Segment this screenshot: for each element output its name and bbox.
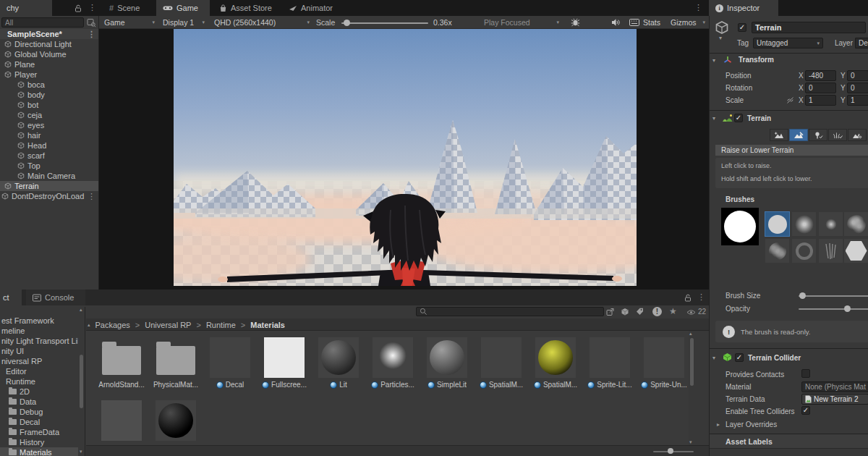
search-by-label-tag-icon[interactable] [636,308,644,316]
tree-item-unity-ui[interactable]: nity UI [0,346,78,356]
brush-7-hexagon[interactable] [844,239,868,263]
tree-item-decal[interactable]: Decal [0,417,78,427]
resolution-dropdown[interactable]: QHD (2560x1440) [211,17,312,28]
log-alert-icon[interactable]: ! [652,307,662,316]
tab-scene[interactable]: # Scene [103,0,150,16]
hierarchy-item-dontdestroyonload[interactable]: DontDestroyOnLoad⋮ [0,191,98,201]
tab-asset-store[interactable]: Asset Store [213,0,279,16]
scroll-down-icon[interactable]: ▾ [80,449,82,455]
object-name-field[interactable]: Terrain [752,22,866,33]
brush-size-knob[interactable] [799,292,806,299]
tree-scrollbar[interactable]: ▴ ▾ [78,307,85,456]
hierarchy-item-bot[interactable]: bot [0,100,98,110]
provides-contacts-checkbox[interactable] [801,369,810,378]
breadcrumb-runtime[interactable]: Runtime [206,321,236,329]
scroll-up-icon[interactable]: ▴ [80,307,82,313]
enable-tree-colliders-checkbox[interactable]: ✓ [801,406,810,415]
hierarchy-search-window-icon[interactable] [87,18,96,28]
tree-item-2d[interactable]: 2D [0,387,78,397]
scene-menu-icon[interactable]: ⋮ [88,30,98,38]
terrain-mode-dropdown[interactable]: Raise or Lower Terrain [715,145,868,156]
tab-animator[interactable]: Animator [282,0,340,16]
hidden-count-eye-icon[interactable] [686,309,696,316]
hierarchy-item-plane[interactable]: Plane [0,59,98,69]
scale-x-field[interactable]: 1 [805,95,836,106]
terrain-data-object-field[interactable]: New Terrain 2 [801,394,868,405]
asset-arnoldstandard[interactable]: ArnoldStand... [94,337,149,389]
active-checkbox[interactable]: ✓ [738,23,746,32]
game-render-area[interactable] [174,29,637,286]
terrain-enabled-checkbox[interactable]: ✓ [734,114,743,122]
asset-lit[interactable]: Lit [311,337,366,389]
grid-scrollbar[interactable]: ▴ ▾ [689,331,695,445]
tree-item-history[interactable]: History [0,437,78,447]
terrain-foldout[interactable]: ▾ [712,115,715,122]
thumbnail-size-slider[interactable] [653,451,694,452]
frame-debugger-bug-icon[interactable] [571,18,580,27]
hierarchy-item-top[interactable]: Top [0,161,98,171]
breadcrumb-packages[interactable]: Packages [95,321,130,329]
collider-enabled-checkbox[interactable]: ✓ [735,353,744,362]
scroll-down-icon[interactable]: ▾ [689,439,692,445]
thumbnail-size-knob[interactable] [668,448,673,454]
tree-item-framedata[interactable]: FrameData [0,427,78,437]
hierarchy-scene-row[interactable]: SampleScene* ⋮ [0,29,98,39]
asset-sprite-unlit[interactable]: Sprite-Un... [637,337,689,389]
hierarchy-item-ceja[interactable]: ceja [0,110,98,120]
play-focused-dropdown[interactable]: Play Focused [481,17,562,28]
breadcrumb-universal-rp[interactable]: Universal RP [145,321,191,329]
asset-spatialmapping-1[interactable]: SpatialM... [474,337,529,389]
tree-item-data[interactable]: Data [0,397,78,407]
ddol-menu-icon[interactable]: ⋮ [88,193,98,200]
position-x-field[interactable]: -480 [805,70,836,81]
tree-item-test-framework[interactable]: est Framework [0,316,78,326]
tag-dropdown[interactable]: Untagged [753,38,823,48]
layer-dropdown[interactable]: De [855,38,868,48]
game-mode-dropdown[interactable]: Game [101,17,158,28]
game-view-menu-icon[interactable]: ⋮ [694,4,702,12]
tree-scrollbar-thumb[interactable] [80,355,83,408]
search-in-window-icon[interactable] [606,308,615,316]
keyboard-icon[interactable] [629,19,639,26]
tree-item-editor[interactable]: Editor [0,366,78,376]
brush-6[interactable] [819,239,843,263]
layer-overrides-foldout[interactable]: ▸ [717,421,720,428]
hierarchy-item-scarf[interactable]: scarf [0,151,98,161]
opacity-knob[interactable] [844,305,851,312]
hierarchy-item-player[interactable]: Player [0,69,98,80]
tool-paint-trees[interactable] [809,129,827,141]
asset-decal[interactable]: Decal [203,337,258,389]
asset-physicalmaterials[interactable]: PhysicalMat... [148,337,203,389]
brush-4[interactable] [765,239,789,263]
brush-0-selected[interactable] [765,212,789,236]
tool-paint-terrain-selected[interactable] [789,129,808,141]
asset-labels-section[interactable]: Asset Labels [710,434,868,449]
project-search-input[interactable] [416,307,604,316]
rotation-y-field[interactable]: 0 [847,83,868,93]
brush-size-slider[interactable] [799,295,868,297]
rotation-x-field[interactable]: 0 [805,83,836,93]
asset-row2-flat[interactable] [94,400,149,441]
search-by-type-icon[interactable] [621,308,629,316]
tool-terrain-settings[interactable] [848,129,867,141]
asset-particles[interactable]: Particles... [365,337,420,389]
tool-paint-details[interactable] [828,129,847,141]
hierarchy-item-body[interactable]: body [0,90,98,100]
gizmos-dropdown[interactable]: Gizmos [668,17,708,28]
scale-slider-knob[interactable] [344,20,350,26]
position-y-field[interactable]: 0 [847,70,868,81]
brush-2[interactable] [819,212,843,236]
tree-item-runtime[interactable]: Runtime [0,376,78,387]
hierarchy-item-main-camera[interactable]: Main Camera [0,171,98,181]
link-scale-icon[interactable] [786,96,794,104]
tab-inspector[interactable]: i Inspector [709,0,778,16]
asset-spatialmapping-2[interactable]: SpatialM... [528,337,583,389]
tool-create-neighbor-terrains[interactable] [770,129,788,141]
scale-slider[interactable] [341,22,428,24]
stats-button[interactable]: Stats [643,18,660,27]
hierarchy-item-head[interactable]: Head [0,140,98,151]
lock-icon[interactable] [75,4,82,12]
collider-foldout[interactable]: ▾ [712,355,715,361]
scale-y-field[interactable]: 1 [847,95,868,106]
hierarchy-item-global-volume[interactable]: Global Volume [0,49,98,59]
